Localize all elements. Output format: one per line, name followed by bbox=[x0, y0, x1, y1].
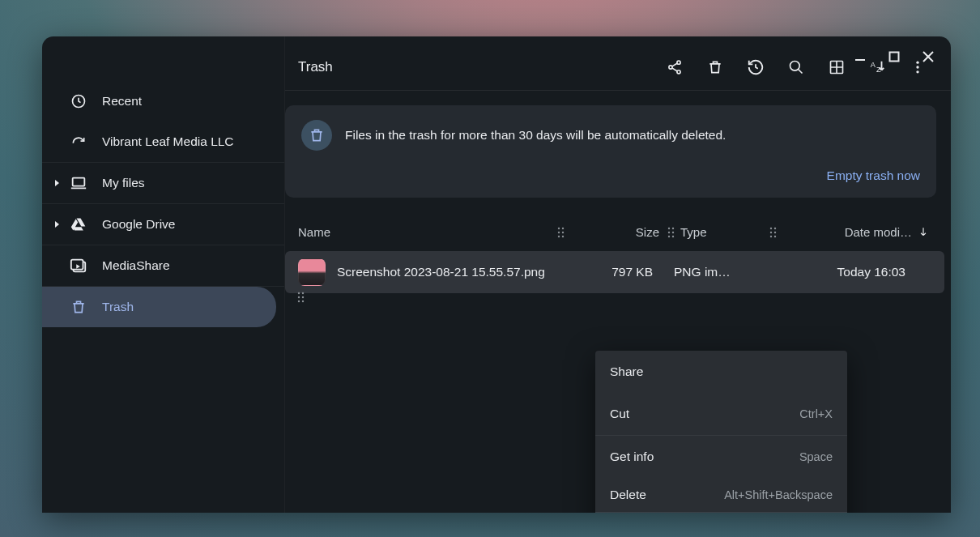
svg-line-12 bbox=[672, 63, 678, 66]
share-button[interactable] bbox=[656, 49, 693, 86]
sidebar-item-my-files[interactable]: My files bbox=[42, 163, 284, 203]
svg-rect-1 bbox=[890, 53, 899, 62]
svg-point-42 bbox=[298, 292, 300, 294]
table-row[interactable]: Screenshot 2023-08-21 15.55.57.png 797 K… bbox=[285, 251, 944, 293]
column-resize-handle[interactable] bbox=[667, 227, 675, 238]
svg-point-47 bbox=[302, 300, 304, 302]
sidebar: Recent Vibrant Leaf Media LLC bbox=[42, 36, 285, 513]
svg-line-13 bbox=[672, 68, 678, 71]
minimize-button[interactable] bbox=[846, 42, 875, 71]
menu-item-label: Share bbox=[610, 364, 643, 379]
svg-point-36 bbox=[770, 228, 772, 229]
sidebar-item-label: Vibrant Leaf Media LLC bbox=[102, 134, 234, 149]
context-menu-cut[interactable]: Cut Ctrl+X bbox=[595, 393, 847, 435]
sidebar-item-shortcut-1[interactable]: Vibrant Leaf Media LLC bbox=[42, 121, 284, 162]
sort-direction-icon[interactable] bbox=[912, 226, 935, 237]
svg-point-41 bbox=[774, 236, 776, 237]
sidebar-item-google-drive[interactable]: Google Drive bbox=[42, 204, 284, 245]
table-header: Name Size Type Date modi… bbox=[285, 212, 951, 251]
media-share-icon bbox=[70, 257, 87, 275]
file-type: PNG im… bbox=[674, 265, 763, 279]
column-header-name[interactable]: Name bbox=[298, 225, 557, 239]
menu-item-shortcut: Alt+Shift+Backspace bbox=[724, 488, 833, 501]
file-name: Screenshot 2023-08-21 15.55.57.png bbox=[337, 265, 545, 279]
svg-point-28 bbox=[558, 236, 560, 237]
column-resize-handle[interactable] bbox=[557, 227, 565, 238]
sidebar-item-label: Trash bbox=[102, 300, 134, 314]
svg-point-26 bbox=[558, 232, 560, 233]
svg-point-25 bbox=[562, 228, 564, 229]
svg-line-15 bbox=[799, 70, 803, 74]
banner-message: Files in the trash for more than 30 days… bbox=[345, 128, 920, 143]
context-menu-delete[interactable]: Delete Alt+Shift+Backspace bbox=[595, 478, 847, 512]
sidebar-resize-handle[interactable] bbox=[295, 288, 308, 307]
google-drive-icon bbox=[70, 215, 87, 233]
svg-point-38 bbox=[770, 232, 772, 233]
svg-point-24 bbox=[558, 228, 560, 229]
sidebar-item-recent[interactable]: Recent bbox=[42, 81, 284, 121]
sidebar-item-mediashare[interactable]: MediaShare bbox=[42, 245, 284, 286]
svg-point-30 bbox=[668, 228, 670, 229]
svg-point-29 bbox=[562, 236, 564, 237]
svg-point-43 bbox=[302, 292, 304, 294]
sidebar-item-label: My files bbox=[102, 176, 145, 190]
svg-point-40 bbox=[770, 236, 772, 237]
menu-item-label: Get info bbox=[610, 450, 654, 464]
sidebar-item-label: Google Drive bbox=[102, 217, 175, 232]
column-header-size[interactable]: Size bbox=[570, 225, 667, 239]
svg-rect-5 bbox=[73, 178, 85, 186]
context-menu-get-info[interactable]: Get info Space bbox=[595, 436, 847, 478]
column-header-date[interactable]: Date modi… bbox=[782, 225, 912, 239]
svg-point-35 bbox=[672, 236, 674, 237]
close-button[interactable] bbox=[914, 42, 943, 71]
context-menu: Share Cut Ctrl+X Get info Space Delete A… bbox=[595, 351, 847, 513]
search-button[interactable] bbox=[778, 49, 815, 86]
svg-point-45 bbox=[302, 296, 304, 298]
file-date: Today 16:03 bbox=[776, 265, 905, 279]
file-thumbnail bbox=[298, 258, 326, 286]
sidebar-item-label: MediaShare bbox=[102, 258, 170, 273]
column-header-type[interactable]: Type bbox=[680, 225, 769, 239]
maximize-button[interactable] bbox=[880, 42, 909, 71]
expand-icon[interactable] bbox=[53, 179, 62, 187]
menu-item-label: Delete bbox=[610, 488, 646, 502]
context-menu-share[interactable]: Share bbox=[595, 351, 847, 393]
svg-point-34 bbox=[668, 236, 670, 237]
svg-point-33 bbox=[672, 232, 674, 233]
trash-icon bbox=[70, 298, 87, 316]
svg-point-14 bbox=[790, 62, 800, 71]
file-size: 797 KB bbox=[564, 265, 661, 279]
empty-trash-link[interactable]: Empty trash now bbox=[301, 168, 920, 183]
menu-item-label: Cut bbox=[610, 407, 629, 421]
svg-point-32 bbox=[668, 232, 670, 233]
trash-info-banner: Files in the trash for more than 30 days… bbox=[285, 105, 936, 198]
svg-point-46 bbox=[298, 300, 300, 302]
expand-icon[interactable] bbox=[53, 220, 62, 228]
menu-item-shortcut: Space bbox=[799, 450, 833, 463]
menu-item-shortcut: Ctrl+X bbox=[799, 407, 833, 420]
laptop-icon bbox=[70, 174, 87, 192]
sidebar-item-trash[interactable]: Trash bbox=[42, 287, 276, 327]
sidebar-item-label: Recent bbox=[102, 94, 142, 109]
redo-arrow-icon bbox=[70, 133, 87, 151]
svg-point-39 bbox=[774, 232, 776, 233]
divider bbox=[285, 90, 951, 91]
svg-point-37 bbox=[774, 228, 776, 229]
window-controls bbox=[846, 36, 951, 77]
context-menu-restore[interactable]: Restore from trash Alt+Backspace bbox=[595, 512, 847, 513]
history-button[interactable] bbox=[737, 49, 774, 86]
column-resize-handle[interactable] bbox=[769, 227, 778, 238]
svg-point-44 bbox=[298, 296, 300, 298]
clock-icon bbox=[70, 92, 87, 110]
trash-banner-icon bbox=[301, 120, 332, 151]
page-title: Trash bbox=[295, 59, 656, 75]
file-manager-window: Recent Vibrant Leaf Media LLC bbox=[42, 36, 951, 513]
delete-button[interactable] bbox=[697, 49, 734, 86]
file-table: Name Size Type Date modi… Screenshot 202… bbox=[285, 212, 951, 293]
svg-point-31 bbox=[672, 228, 674, 229]
svg-point-27 bbox=[562, 232, 564, 233]
